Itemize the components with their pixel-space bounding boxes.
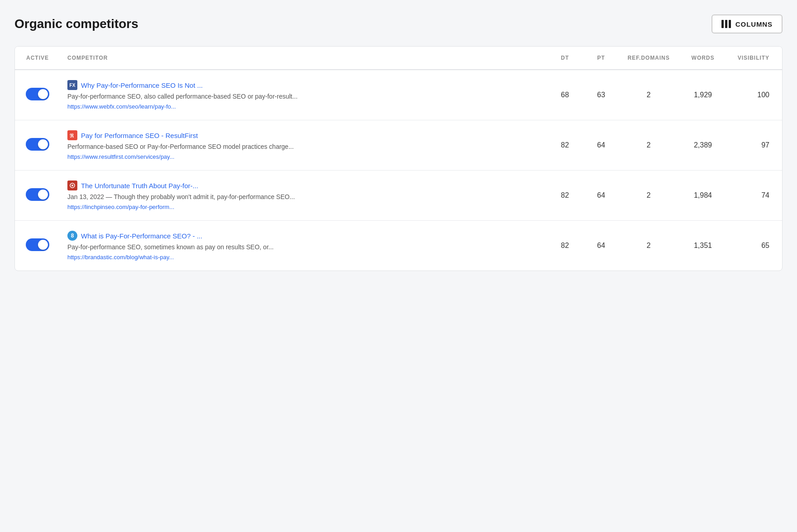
active-toggle[interactable] <box>26 88 49 100</box>
competitor-description: Jan 13, 2022 — Though they probably won'… <box>67 192 540 202</box>
active-cell <box>15 120 60 171</box>
active-cell <box>15 171 60 221</box>
dt-value: 68 <box>547 70 583 120</box>
columns-button[interactable]: COLUMNS <box>712 14 783 33</box>
site-favicon: ℜ <box>67 130 77 140</box>
competitor-cell: The Unfortunate Truth About Pay-for-...J… <box>60 171 547 221</box>
table-row: The Unfortunate Truth About Pay-for-...J… <box>15 171 782 221</box>
visibility-value: 97 <box>728 120 782 171</box>
table-row: 8What is Pay-For-Performance SEO? - ...P… <box>15 221 782 271</box>
columns-icon <box>721 20 731 28</box>
table-row: FXWhy Pay-for-Performance SEO Is Not ...… <box>15 70 782 120</box>
header-pt: PT <box>583 47 619 70</box>
page-title: Organic competitors <box>14 17 138 31</box>
header-competitor: COMPETITOR <box>60 47 547 70</box>
toggle-knob <box>38 89 48 99</box>
competitor-url-link[interactable]: https://linchpinseo.com/pay-for-perform.… <box>67 204 540 210</box>
table-header-row: ACTIVE COMPETITOR DT PT REF.DOMAINS WORD… <box>15 47 782 70</box>
active-toggle[interactable] <box>26 138 49 151</box>
competitor-cell: 8What is Pay-For-Performance SEO? - ...P… <box>60 221 547 271</box>
ref-domains-value: 2 <box>619 221 678 271</box>
competitor-cell: ℜPay for Performance SEO - ResultFirstPe… <box>60 120 547 171</box>
toggle-knob <box>38 240 48 250</box>
visibility-value: 74 <box>728 171 782 221</box>
competitor-title-link[interactable]: Pay for Performance SEO - ResultFirst <box>81 132 198 139</box>
competitor-cell: FXWhy Pay-for-Performance SEO Is Not ...… <box>60 70 547 120</box>
pt-value: 64 <box>583 221 619 271</box>
competitor-title-link[interactable]: What is Pay-For-Performance SEO? - ... <box>81 232 202 240</box>
words-value: 1,929 <box>678 70 728 120</box>
competitor-description: Pay-for-performance SEO, sometimes known… <box>67 242 540 252</box>
visibility-value: 100 <box>728 70 782 120</box>
header-active: ACTIVE <box>15 47 60 70</box>
visibility-value: 65 <box>728 221 782 271</box>
columns-button-label: COLUMNS <box>735 20 773 28</box>
ref-domains-value: 2 <box>619 171 678 221</box>
active-cell <box>15 221 60 271</box>
header-ref-domains: REF.DOMAINS <box>619 47 678 70</box>
svg-text:ℜ: ℜ <box>70 133 74 138</box>
active-toggle[interactable] <box>26 188 49 201</box>
words-value: 1,984 <box>678 171 728 221</box>
competitor-description: Performance-based SEO or Pay-for-Perform… <box>67 142 540 152</box>
site-favicon <box>67 180 77 190</box>
competitors-table: ACTIVE COMPETITOR DT PT REF.DOMAINS WORD… <box>14 46 783 271</box>
header-dt: DT <box>547 47 583 70</box>
svg-point-2 <box>71 185 73 186</box>
toggle-knob <box>38 139 48 149</box>
pt-value: 64 <box>583 120 619 171</box>
words-value: 2,389 <box>678 120 728 171</box>
active-toggle[interactable] <box>26 238 49 251</box>
active-cell <box>15 70 60 120</box>
dt-value: 82 <box>547 171 583 221</box>
header-words: WORDS <box>678 47 728 70</box>
competitor-url-link[interactable]: https://brandastic.com/blog/what-is-pay.… <box>67 254 540 261</box>
site-favicon: FX <box>67 80 77 90</box>
competitor-url-link[interactable]: https://www.webfx.com/seo/learn/pay-fo..… <box>67 103 540 110</box>
ref-domains-value: 2 <box>619 70 678 120</box>
dt-value: 82 <box>547 221 583 271</box>
ref-domains-value: 2 <box>619 120 678 171</box>
competitor-url-link[interactable]: https://www.resultfirst.com/services/pay… <box>67 153 540 160</box>
site-favicon: 8 <box>67 231 77 241</box>
dt-value: 82 <box>547 120 583 171</box>
pt-value: 64 <box>583 171 619 221</box>
pt-value: 63 <box>583 70 619 120</box>
competitor-title-link[interactable]: Why Pay-for-Performance SEO Is Not ... <box>81 81 203 89</box>
competitor-title-link[interactable]: The Unfortunate Truth About Pay-for-... <box>81 182 198 190</box>
competitor-description: Pay-for-performance SEO, also called per… <box>67 92 540 101</box>
header-visibility: VISIBILITY <box>728 47 782 70</box>
words-value: 1,351 <box>678 221 728 271</box>
toggle-knob <box>38 190 48 200</box>
table-row: ℜPay for Performance SEO - ResultFirstPe… <box>15 120 782 171</box>
